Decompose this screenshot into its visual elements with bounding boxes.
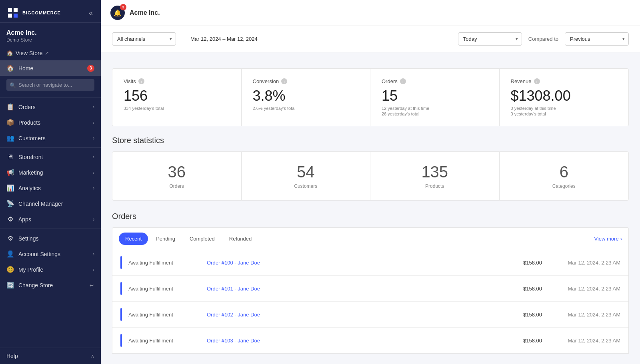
date-range-display: Mar 12, 2024 – Mar 12, 2024 bbox=[190, 36, 258, 42]
sidebar-item-account-settings[interactable]: 👤 Account Settings › bbox=[0, 246, 101, 262]
sidebar-item-my-profile[interactable]: 😊 My Profile › bbox=[0, 262, 101, 277]
order-link-2[interactable]: Order #102 - Jane Doe bbox=[207, 312, 504, 318]
revenue-secondary1: 0 yesterday at this time bbox=[511, 106, 618, 111]
channel-select-wrap: All channelsOnline StorePOS ▾ bbox=[112, 32, 176, 46]
previous-select[interactable]: Previous Last year bbox=[565, 32, 629, 46]
order-status-indicator-1 bbox=[120, 282, 122, 295]
orders-section: Orders Recent Pending Completed Refunded… bbox=[112, 212, 629, 354]
sidebar-item-channel-manager[interactable]: 📡 Channel Manager bbox=[0, 196, 101, 211]
search-input[interactable] bbox=[6, 79, 94, 91]
notification-badge: 3 bbox=[120, 4, 126, 10]
change-store-icon: 🔄 bbox=[6, 281, 14, 289]
sidebar-item-marketing[interactable]: 📢 Marketing › bbox=[0, 165, 101, 180]
svg-marker-3 bbox=[14, 14, 18, 18]
order-status-0: Awaiting Fulfillment bbox=[128, 260, 200, 266]
orders-stat-value: 15 bbox=[382, 88, 488, 104]
sidebar-item-label-account-settings: Account Settings bbox=[18, 251, 60, 257]
apps-icon: ⚙ bbox=[6, 215, 14, 223]
order-row: Awaiting Fulfillment Order #102 - Jane D… bbox=[112, 302, 628, 328]
sidebar-item-home[interactable]: 🏠 Home 3 bbox=[0, 60, 101, 76]
home-badge: 3 bbox=[87, 65, 94, 72]
store-stat-products-value: 135 bbox=[378, 163, 491, 181]
order-date-2: Mar 12, 2024, 2:23 AM bbox=[548, 312, 620, 318]
conversion-info-icon[interactable]: i bbox=[281, 78, 287, 84]
conversion-label: Conversion bbox=[253, 78, 279, 84]
order-amount-1: $158.00 bbox=[510, 286, 542, 292]
order-amount-0: $158.00 bbox=[510, 260, 542, 266]
stat-card-orders: Orders i 15 12 yesterday at this time 26… bbox=[370, 69, 500, 126]
sidebar-collapse-button[interactable]: « bbox=[87, 7, 94, 19]
order-row: Awaiting Fulfillment Order #100 - Jane D… bbox=[112, 250, 628, 276]
external-link-icon: ↗ bbox=[45, 50, 49, 56]
nav-divider-3 bbox=[0, 229, 101, 229]
sidebar-item-label-customers: Customers bbox=[18, 135, 46, 141]
store-stat-orders: 36 Orders bbox=[112, 152, 242, 200]
my-profile-icon: 😊 bbox=[6, 266, 14, 273]
sidebar-item-label-my-profile: My Profile bbox=[18, 267, 43, 273]
notification-icon: 🔔 bbox=[114, 9, 122, 17]
change-store-enter-icon: ↵ bbox=[90, 282, 94, 288]
visits-secondary: 334 yesterday's total bbox=[124, 106, 230, 111]
account-settings-chevron-icon: › bbox=[93, 251, 94, 257]
sidebar-item-apps[interactable]: ⚙ Apps › bbox=[0, 211, 101, 227]
search-icon: 🔍 bbox=[10, 82, 16, 88]
stat-card-revenue: Revenue i $1308.00 0 yesterday at this t… bbox=[500, 69, 629, 126]
revenue-info-icon[interactable]: i bbox=[534, 78, 540, 84]
store-stat-orders-value: 36 bbox=[120, 163, 233, 181]
compared-to-label: Compared to bbox=[528, 36, 558, 42]
products-icon: 📦 bbox=[6, 119, 14, 126]
period-select-wrap: Today Yesterday Last 7 days Last 30 days… bbox=[458, 32, 522, 46]
order-link-1[interactable]: Order #101 - Jane Doe bbox=[207, 286, 504, 292]
order-status-indicator-0 bbox=[120, 256, 122, 269]
sidebar-item-label-storefront: Storefront bbox=[18, 154, 43, 160]
store-stat-categories-value: 6 bbox=[508, 163, 621, 181]
order-status-indicator-2 bbox=[120, 308, 122, 321]
store-stat-products-label: Products bbox=[378, 183, 491, 189]
sidebar-item-help[interactable]: Help ∧ bbox=[0, 348, 101, 364]
search-area: 🔍 bbox=[0, 76, 101, 94]
main-content: 🔔 3 Acme Inc. All channelsOnline StorePO… bbox=[101, 0, 640, 364]
content-inner: Visits i 156 334 yesterday's total Conve… bbox=[101, 60, 640, 362]
channel-select[interactable]: All channelsOnline StorePOS bbox=[112, 32, 176, 46]
tab-pending[interactable]: Pending bbox=[150, 233, 182, 245]
order-link-3[interactable]: Order #103 - Jane Doe bbox=[207, 338, 504, 344]
storefront-icon: 🖥 bbox=[6, 153, 14, 161]
tab-refunded[interactable]: Refunded bbox=[223, 233, 258, 245]
sidebar-item-settings[interactable]: ⚙ Settings bbox=[0, 231, 101, 246]
revenue-label: Revenue bbox=[511, 78, 532, 84]
order-amount-3: $158.00 bbox=[510, 338, 542, 344]
sidebar-item-analytics[interactable]: 📊 Analytics › bbox=[0, 180, 101, 196]
view-store-link[interactable]: 🏠 View Store ↗ bbox=[0, 46, 101, 60]
channel-icon: 📡 bbox=[6, 200, 14, 207]
svg-marker-2 bbox=[8, 14, 12, 18]
orders-info-icon[interactable]: i bbox=[400, 78, 406, 84]
sidebar-item-label-apps: Apps bbox=[18, 216, 31, 223]
orders-secondary1: 12 yesterday at this time bbox=[382, 106, 488, 111]
sidebar-item-products[interactable]: 📦 Products › bbox=[0, 115, 101, 130]
store-icon: 🏠 bbox=[6, 50, 13, 56]
sidebar-item-orders[interactable]: 📋 Orders › bbox=[0, 99, 101, 115]
order-link-0[interactable]: Order #100 - Jane Doe bbox=[207, 260, 504, 266]
period-select[interactable]: Today Yesterday Last 7 days Last 30 days bbox=[458, 32, 522, 46]
order-row: Awaiting Fulfillment Order #101 - Jane D… bbox=[112, 276, 628, 302]
visits-info-icon[interactable]: i bbox=[138, 78, 144, 84]
sidebar-bottom: Help ∧ bbox=[0, 348, 101, 364]
tab-completed[interactable]: Completed bbox=[183, 233, 221, 245]
settings-icon: ⚙ bbox=[6, 235, 14, 242]
view-store-label: View Store bbox=[16, 50, 42, 56]
order-date-1: Mar 12, 2024, 2:23 AM bbox=[548, 286, 620, 292]
nav-divider-1 bbox=[0, 97, 101, 97]
tab-recent[interactable]: Recent bbox=[119, 233, 148, 245]
svg-marker-0 bbox=[8, 8, 12, 12]
store-stat-orders-label: Orders bbox=[120, 183, 233, 189]
customers-chevron-icon: › bbox=[93, 135, 94, 141]
sidebar-item-storefront[interactable]: 🖥 Storefront › bbox=[0, 149, 101, 165]
stats-row: Visits i 156 334 yesterday's total Conve… bbox=[112, 68, 629, 126]
sidebar-item-customers[interactable]: 👥 Customers › bbox=[0, 130, 101, 146]
order-status-indicator-3 bbox=[120, 334, 122, 347]
order-status-2: Awaiting Fulfillment bbox=[128, 312, 200, 318]
order-status-1: Awaiting Fulfillment bbox=[128, 286, 200, 292]
view-more-link[interactable]: View more › bbox=[594, 236, 622, 242]
sidebar-item-change-store[interactable]: 🔄 Change Store ↵ bbox=[0, 277, 101, 293]
bigcommerce-logo-icon bbox=[6, 6, 19, 19]
